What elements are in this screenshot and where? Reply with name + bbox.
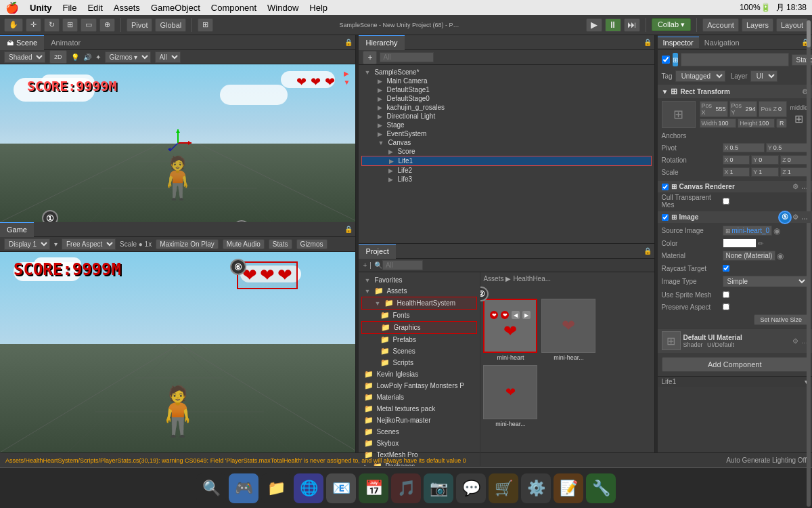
tree-canvas[interactable]: ▼ Canvas xyxy=(361,138,651,147)
scale-y[interactable]: Y 1 xyxy=(751,167,779,177)
rotate-tool[interactable]: ↻ xyxy=(44,18,60,32)
width-field[interactable]: Width 100 xyxy=(700,119,737,128)
layers-button[interactable]: Layers xyxy=(742,18,773,32)
source-image-target-icon[interactable]: ◉ xyxy=(773,226,780,236)
menu-help[interactable]: Help xyxy=(309,3,328,13)
color-picker-icon[interactable]: ✏ xyxy=(758,240,763,247)
move-tool[interactable]: ✛ xyxy=(26,18,41,32)
menu-assets[interactable]: Assets xyxy=(114,3,140,13)
dock-unity[interactable]: 🎮 xyxy=(229,473,258,503)
proj-graphics[interactable]: 📁 Graphics xyxy=(361,321,477,334)
color-swatch[interactable] xyxy=(723,238,757,248)
collab-button[interactable]: Collab ▾ xyxy=(652,18,691,31)
transform-tool[interactable]: ⊕ xyxy=(99,18,115,32)
mute-btn[interactable]: Mute Audio xyxy=(223,239,265,249)
project-search[interactable] xyxy=(382,260,423,270)
apple-menu[interactable]: 🍎 xyxy=(5,1,19,14)
tree-directional-light[interactable]: ▶ Directional Light xyxy=(361,112,651,121)
proj-materials[interactable]: 📁 Materials xyxy=(361,391,477,403)
proj-metal[interactable]: 📁 Metal textures pack xyxy=(361,403,477,415)
proj-skybox[interactable]: 📁 Skybox xyxy=(361,438,477,449)
canvas-renderer-section[interactable]: ⊞ Canvas Renderer ⚙ … xyxy=(658,181,812,192)
dock-notes[interactable]: 📝 xyxy=(554,473,583,503)
canvas-renderer-checkbox[interactable] xyxy=(662,184,669,190)
gizmos-btn[interactable]: Gizmos xyxy=(296,239,328,249)
breadcrumb-add[interactable]: + xyxy=(363,261,367,269)
shading-select[interactable]: Shaded xyxy=(4,51,45,63)
stats-btn[interactable]: Stats xyxy=(269,239,292,249)
bc-assets[interactable]: Assets xyxy=(483,275,503,282)
sprite-mesh-checkbox[interactable] xyxy=(723,291,729,298)
default-material-menu[interactable]: ⚙ xyxy=(792,337,798,345)
image-menu[interactable]: ⚙ xyxy=(792,213,798,221)
height-field[interactable]: Height 100 xyxy=(738,119,775,128)
pivot-x[interactable]: X 0.5 xyxy=(723,143,765,152)
aspect-select[interactable]: Free Aspect xyxy=(62,238,116,250)
hierarchy-search[interactable] xyxy=(380,52,434,62)
hand-tool[interactable]: ✋ xyxy=(4,18,23,32)
dock-browser[interactable]: 🌐 xyxy=(294,473,323,503)
bc-healthhea[interactable]: HealthHea... xyxy=(513,275,551,282)
menu-unity[interactable]: Unity xyxy=(30,3,52,13)
proj-scripts[interactable]: 📁 Scripts xyxy=(361,357,477,368)
tree-default-stage1[interactable]: ▶ DefaultStage1 xyxy=(361,85,651,94)
menu-window[interactable]: Window xyxy=(267,3,298,13)
proj-scenes[interactable]: 📁 Scenes xyxy=(361,345,477,357)
pos-x-field[interactable]: Pos X 555 xyxy=(700,101,728,117)
dock-mail[interactable]: 📧 xyxy=(326,473,356,503)
step-button[interactable]: ⏭ xyxy=(624,18,640,32)
pivot-y[interactable]: Y 0.5 xyxy=(766,143,808,152)
prev-btn[interactable]: ◀ xyxy=(512,311,520,319)
proj-scenes2[interactable]: 📁 Scenes xyxy=(361,426,477,438)
proj-prefabs[interactable]: 📁 Prefabs xyxy=(361,334,477,345)
image-more[interactable]: … xyxy=(801,213,808,221)
account-button[interactable]: Account xyxy=(702,18,739,32)
add-component-btn[interactable]: Add Component xyxy=(662,357,808,372)
tree-main-camera[interactable]: ▶ Main Camera xyxy=(361,77,651,85)
2d-btn[interactable]: 2D xyxy=(49,50,67,64)
tree-life1[interactable]: ▶ Life1 xyxy=(361,156,651,166)
menu-gameobject[interactable]: GameObject xyxy=(151,3,200,13)
dock-chat[interactable]: 💬 xyxy=(456,473,486,503)
image-type-select[interactable]: Simple xyxy=(723,276,808,287)
asset-mini-heart-2[interactable]: ❤ mini-hear... xyxy=(541,299,595,361)
image-checkbox[interactable] xyxy=(662,214,669,221)
preserve-checkbox[interactable] xyxy=(723,303,729,310)
dock-files[interactable]: 📁 xyxy=(261,473,291,503)
material-target-icon[interactable]: ◉ xyxy=(777,251,784,261)
proj-favorites[interactable]: ▼ Favorites xyxy=(361,275,477,285)
snap-btn[interactable]: ⊞ xyxy=(198,18,213,32)
rect-transform-section[interactable]: ▼ ⊞ Rect Transform ⚙ xyxy=(658,85,812,98)
pos-y-field[interactable]: Pos Y 294 xyxy=(729,101,758,117)
dock-store[interactable]: 🛒 xyxy=(489,473,518,503)
menu-component[interactable]: Component xyxy=(211,3,256,13)
tab-navigation[interactable]: Navigation xyxy=(699,37,745,48)
thumb-mini-heart[interactable]: ❤ ❤ ◀ ▶ ❤ xyxy=(483,299,537,353)
next-btn[interactable]: ▶ xyxy=(522,311,531,319)
proj-lowpoly[interactable]: 📁 LowPoly Fantasy Monsters P xyxy=(361,380,477,391)
thumb-mini-heart-dark[interactable]: ❤ xyxy=(541,299,595,353)
tree-life2[interactable]: ▶ Life2 xyxy=(361,166,651,175)
source-image-value[interactable]: ⊞ mini-heart_0 xyxy=(723,226,773,236)
tab-game[interactable]: Game xyxy=(0,222,34,237)
gizmos-select[interactable]: Gizmos ▾ xyxy=(105,51,151,63)
tree-default-stage0[interactable]: ▶ DefaultStage0 xyxy=(361,94,651,103)
asset-mini-heart-3[interactable]: ❤ mini-hear... xyxy=(483,365,537,427)
asset-mini-heart-1[interactable]: ❤ ❤ ◀ ▶ ❤ mini-heart xyxy=(483,299,537,361)
maximize-btn[interactable]: Maximize On Play xyxy=(156,239,219,249)
raycast-checkbox[interactable] xyxy=(723,265,729,272)
proj-health-heart[interactable]: ▼ 📁 HealthHeartSystem xyxy=(361,297,477,310)
tab-inspector[interactable]: Inspector xyxy=(658,37,699,48)
tree-stage[interactable]: ▶ Stage xyxy=(361,121,651,129)
dock-photos[interactable]: 📷 xyxy=(424,473,453,503)
anchor-preset[interactable]: ⊞ xyxy=(662,101,696,128)
thumb-mini-heart-selected[interactable]: ❤ xyxy=(483,365,537,419)
pos-z-field[interactable]: Pos Z 0 xyxy=(759,101,787,117)
pause-button[interactable]: ⏸ xyxy=(605,18,621,32)
scale-z[interactable]: Z 1 xyxy=(780,167,808,177)
dock-calendar[interactable]: 📅 xyxy=(359,473,388,503)
rot-z[interactable]: Z 0 xyxy=(780,155,808,165)
pivot-btn[interactable]: Pivot xyxy=(127,18,152,32)
rot-x[interactable]: X 0 xyxy=(723,155,750,165)
canvas-renderer-menu[interactable]: ⚙ xyxy=(792,183,798,190)
